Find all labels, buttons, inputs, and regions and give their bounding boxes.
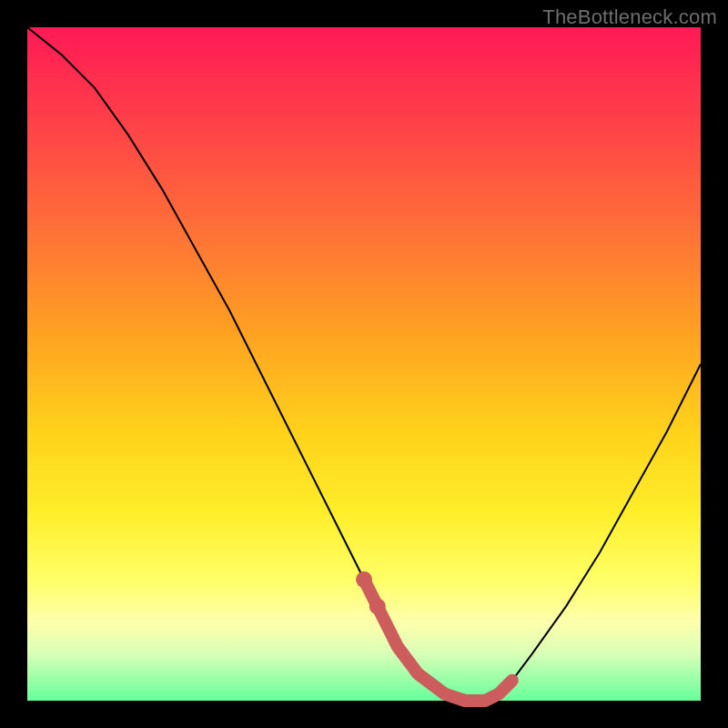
chart-stage: TheBottleneck.com: [0, 0, 728, 728]
highlight-dot: [356, 571, 372, 588]
highlight-segment: [364, 580, 512, 701]
highlight-dot: [369, 598, 386, 614]
chart-overlay: [27, 27, 701, 701]
watermark-label: TheBottleneck.com: [542, 5, 717, 29]
bottleneck-curve: [27, 27, 701, 701]
